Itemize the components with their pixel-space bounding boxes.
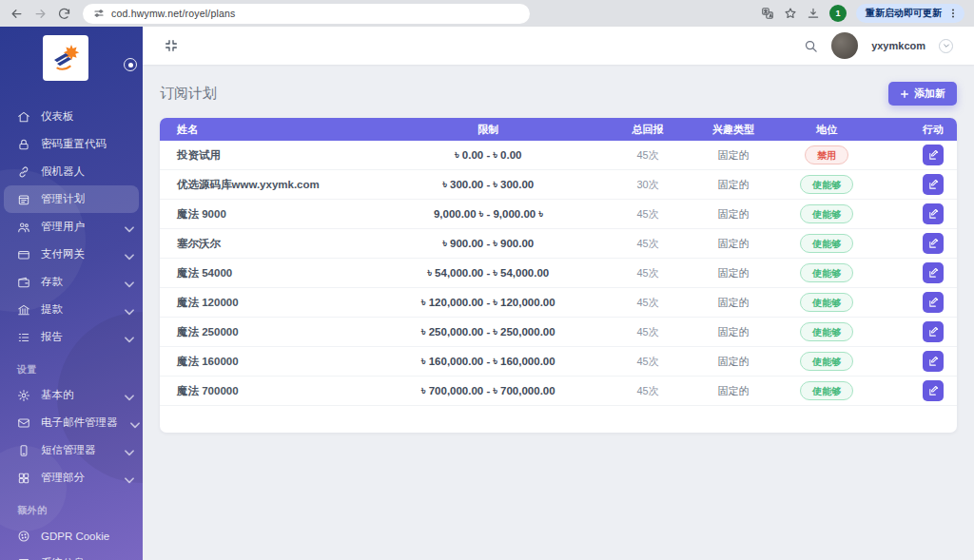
edit-plan-button[interactable] bbox=[923, 292, 944, 313]
sidebar-item-payment-gateways[interactable]: 支付网关 bbox=[0, 241, 143, 268]
sidebar-item-manage-users[interactable]: 管理用户 bbox=[0, 213, 143, 241]
download-icon[interactable] bbox=[807, 7, 820, 20]
plan-status-cell: 禁用 bbox=[776, 145, 877, 164]
edit-plan-button[interactable] bbox=[923, 262, 944, 283]
table-row: 优选源码库www.yxymk.com ৳ 300.00 - ৳ 300.00 3… bbox=[160, 170, 957, 200]
sidebar-item-fake-bots[interactable]: 假机器人 bbox=[0, 158, 143, 185]
bookmark-star-icon[interactable] bbox=[784, 7, 797, 20]
home-icon bbox=[17, 110, 30, 124]
plan-status-cell: 使能够 bbox=[776, 204, 877, 223]
plan-total-cell: 30次 bbox=[605, 178, 691, 192]
plan-status-cell: 使能够 bbox=[776, 175, 877, 194]
status-badge: 禁用 bbox=[805, 145, 848, 164]
edit-plan-button[interactable] bbox=[923, 174, 944, 195]
mail-icon bbox=[17, 416, 30, 430]
edit-plan-button[interactable] bbox=[923, 351, 944, 372]
back-icon[interactable] bbox=[10, 7, 24, 21]
sidebar-item-label: 支付网关 bbox=[41, 247, 85, 261]
chevron-down-icon bbox=[123, 305, 131, 314]
sidebar-item-withdrawals[interactable]: 提款 bbox=[0, 296, 143, 323]
edit-plan-button[interactable] bbox=[923, 145, 944, 165]
sidebar-item-manage-section[interactable]: 管理部分 bbox=[0, 464, 143, 492]
sidebar-item-password-reset-codes[interactable]: 密码重置代码 bbox=[0, 130, 143, 158]
sidebar-pin-toggle-icon[interactable] bbox=[124, 58, 137, 71]
plan-type-cell: 固定的 bbox=[691, 355, 776, 369]
sidebar-item-reports[interactable]: 报告 bbox=[0, 323, 143, 351]
plan-name-cell: 魔法 9000 bbox=[169, 207, 372, 222]
plan-limit-cell: ৳ 250,000.00 - ৳ 250,000.00 bbox=[372, 326, 605, 338]
plan-action-cell bbox=[877, 321, 947, 342]
plan-type-cell: 固定的 bbox=[691, 296, 776, 310]
sidebar-item-system-info[interactable]: 系统信息 bbox=[0, 550, 143, 560]
sidebar-collapse-icon[interactable] bbox=[164, 38, 179, 53]
sidebar-item-email-manager[interactable]: 电子邮件管理器 bbox=[0, 409, 143, 436]
chevron-down-icon bbox=[123, 391, 131, 399]
plus-icon bbox=[900, 89, 909, 99]
edit-plan-button[interactable] bbox=[923, 203, 944, 224]
sidebar-section-title: 额外的 bbox=[17, 504, 143, 517]
table-row: 魔法 700000 ৳ 700,000.00 - ৳ 700,000.00 45… bbox=[160, 377, 957, 406]
edit-icon bbox=[928, 357, 939, 367]
site-info-icon[interactable] bbox=[93, 8, 105, 19]
plan-status-cell: 使能够 bbox=[776, 263, 877, 282]
plan-type-cell: 固定的 bbox=[691, 148, 776, 163]
plan-limit-cell: ৳ 54,000.00 - ৳ 54,000.00 bbox=[372, 267, 605, 280]
sidebar-item-dashboard[interactable]: 仪表板 bbox=[0, 103, 143, 130]
kebab-menu-icon[interactable] bbox=[947, 8, 959, 19]
app-logo[interactable] bbox=[43, 35, 88, 81]
search-icon[interactable] bbox=[804, 39, 818, 53]
sidebar-item-label: 管理部分 bbox=[41, 471, 85, 485]
edit-plan-button[interactable] bbox=[923, 233, 944, 254]
sidebar-item-basic[interactable]: 基本的 bbox=[0, 381, 143, 409]
report-icon bbox=[17, 331, 30, 344]
sidebar-item-label: 电子邮件管理器 bbox=[41, 415, 118, 430]
browser-toolbar: cod.hwymw.net/royel/plans 1 重新启动即可更新 bbox=[0, 0, 974, 27]
chevron-down-icon bbox=[123, 278, 131, 286]
reload-icon[interactable] bbox=[57, 7, 71, 21]
edit-plan-button[interactable] bbox=[923, 321, 944, 342]
plan-limit-cell: ৳ 300.00 - ৳ 300.00 bbox=[372, 179, 605, 191]
plan-name-cell: 魔法 54000 bbox=[169, 266, 372, 280]
plan-action-cell bbox=[877, 203, 947, 224]
user-menu-chevron-icon[interactable] bbox=[939, 39, 953, 53]
column-header: 总回报 bbox=[605, 123, 691, 137]
address-bar[interactable]: cod.hwymw.net/royel/plans bbox=[83, 4, 530, 24]
plan-total-cell: 45次 bbox=[605, 148, 691, 163]
plan-type-cell: 固定的 bbox=[691, 325, 776, 339]
link-icon bbox=[17, 165, 30, 179]
column-header: 地位 bbox=[776, 123, 877, 137]
plan-total-cell: 45次 bbox=[605, 207, 691, 222]
users-icon bbox=[17, 221, 30, 234]
sidebar-item-label: 仪表板 bbox=[41, 109, 74, 124]
plan-name-cell: 魔法 160000 bbox=[169, 355, 372, 369]
topbar: yxymkcom bbox=[143, 27, 974, 65]
translate-icon[interactable] bbox=[761, 7, 774, 20]
sidebar-item-deposits[interactable]: 存款 bbox=[0, 268, 143, 296]
plans-icon bbox=[17, 193, 30, 206]
sidebar-item-label: GDPR Cookie bbox=[41, 531, 109, 542]
plan-total-cell: 45次 bbox=[605, 237, 691, 251]
chevron-down-icon bbox=[123, 446, 131, 454]
table-body: 投资试用 ৳ 0.00 - ৳ 0.00 45次 固定的 禁用 优选源码库www… bbox=[160, 141, 957, 406]
user-avatar[interactable] bbox=[831, 32, 858, 59]
column-header: 兴趣类型 bbox=[691, 123, 776, 137]
sidebar-item-gdpr-cookie[interactable]: GDPR Cookie bbox=[0, 522, 143, 550]
chevron-down-icon bbox=[123, 222, 131, 231]
status-badge: 使能够 bbox=[800, 293, 853, 312]
forward-icon[interactable] bbox=[33, 7, 48, 21]
sidebar-item-sms-manager[interactable]: 短信管理器 bbox=[0, 436, 143, 464]
table-row: 魔法 160000 ৳ 160,000.00 - ৳ 160,000.00 45… bbox=[160, 347, 957, 377]
card-icon bbox=[17, 248, 30, 261]
plan-action-cell bbox=[877, 174, 947, 195]
plan-action-cell bbox=[877, 380, 947, 401]
edit-plan-button[interactable] bbox=[923, 380, 944, 401]
browser-update-pill[interactable]: 重新启动即可更新 bbox=[856, 4, 964, 23]
add-new-button[interactable]: 添加新 bbox=[888, 82, 957, 106]
plan-name-cell: 优选源码库www.yxymk.com bbox=[169, 178, 372, 192]
table-row: 魔法 54000 ৳ 54,000.00 - ৳ 54,000.00 45次 固… bbox=[160, 259, 957, 288]
browser-profile-avatar[interactable]: 1 bbox=[829, 5, 847, 22]
add-new-button-label: 添加新 bbox=[914, 87, 945, 101]
layout-icon bbox=[17, 472, 30, 485]
system-icon bbox=[17, 557, 30, 560]
sidebar-item-manage-plans[interactable]: 管理计划 bbox=[4, 185, 139, 213]
